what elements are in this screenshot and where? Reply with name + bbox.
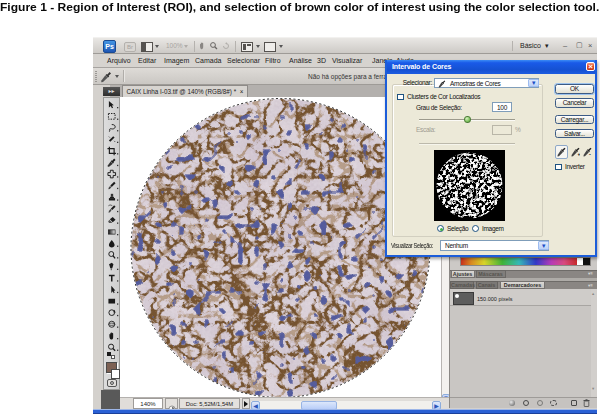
svg-text:+: +	[578, 153, 580, 158]
svg-text:-: -	[589, 152, 591, 158]
